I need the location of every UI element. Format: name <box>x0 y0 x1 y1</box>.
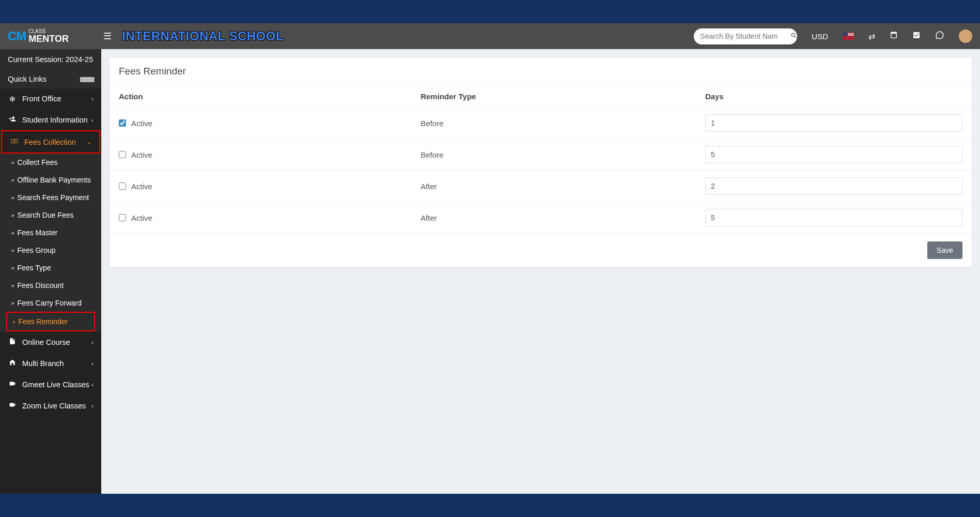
fees-reminder-panel: Fees Reminder Action Reminder Type Days … <box>109 57 972 267</box>
sidebar-item-label: Online Course <box>22 338 70 346</box>
submenu-label: Fees Type <box>18 264 51 272</box>
sidebar-item-label: Multi Branch <box>22 359 64 368</box>
col-action: Action <box>110 86 411 108</box>
submenu-collect-fees[interactable]: »Collect Fees <box>0 154 101 171</box>
submenu-fees-type[interactable]: »Fees Type <box>0 259 101 277</box>
fees-reminder-table: Action Reminder Type Days ActiveBeforeAc… <box>110 86 972 234</box>
sidebar-item-front-office[interactable]: ⊕ Front Office ‹ <box>0 88 101 109</box>
submenu-search-fees-payment[interactable]: »Search Fees Payment <box>0 189 101 206</box>
sidebar-item-zoom-live-classes[interactable]: Zoom Live Classes ‹ <box>0 395 101 416</box>
angle-icon: » <box>11 195 14 201</box>
angle-icon: » <box>11 283 14 288</box>
sidebar-item-label: Student Information <box>22 116 88 124</box>
submenu-label: Collect Fees <box>18 158 58 166</box>
money-icon <box>10 138 19 146</box>
search-input[interactable] <box>700 32 790 40</box>
submenu-label: Search Due Fees <box>18 211 74 219</box>
reminder-type-cell: Before <box>411 108 696 139</box>
save-button[interactable]: Save <box>927 241 962 259</box>
submenu-fees-master[interactable]: »Fees Master <box>0 224 101 241</box>
grid-icon: ▦▦▦ <box>80 75 94 83</box>
col-days: Days <box>696 86 972 108</box>
table-row: ActiveBefore <box>110 139 972 171</box>
sidebar-item-label: Fees Collection <box>24 138 76 146</box>
angle-icon: » <box>12 319 15 325</box>
quick-links[interactable]: Quick Links ▦▦▦ <box>0 70 101 88</box>
sidebar-item-online-course[interactable]: Online Course ‹ <box>0 331 101 353</box>
hamburger-icon[interactable]: ☰ <box>103 31 112 42</box>
chevron-left-icon: ‹ <box>91 117 94 123</box>
sidebar-item-label: Gmeet Live Classes <box>22 381 89 389</box>
globe-icon: ⊕ <box>8 95 17 103</box>
chevron-left-icon: ‹ <box>91 96 94 102</box>
active-label: Active <box>131 150 152 159</box>
currency-label[interactable]: USD <box>812 32 828 41</box>
submenu-label: Fees Group <box>18 246 56 254</box>
sitemap-icon <box>8 359 17 368</box>
flag-icon[interactable] <box>843 33 854 40</box>
task-check-icon[interactable] <box>912 31 921 41</box>
submenu-fees-group[interactable]: »Fees Group <box>0 241 101 259</box>
school-name: INTERNATIONAL SCHOOL <box>122 29 284 43</box>
days-input[interactable] <box>705 114 962 132</box>
submenu-search-due-fees[interactable]: »Search Due Fees <box>0 206 101 224</box>
chevron-left-icon: ‹ <box>91 382 94 388</box>
submenu-fees-carry-forward[interactable]: »Fees Carry Forward <box>0 294 101 312</box>
logo[interactable]: CM CLASS MENTOR <box>8 29 103 43</box>
sidebar-item-label: Zoom Live Classes <box>22 402 86 410</box>
top-margin-bar <box>0 0 980 23</box>
active-checkbox[interactable] <box>119 119 126 127</box>
days-input[interactable] <box>705 146 962 163</box>
active-checkbox[interactable] <box>119 151 126 158</box>
exchange-icon[interactable]: ⇄ <box>868 32 875 41</box>
sidebar-item-fees-collection[interactable]: Fees Collection ⌄ <box>1 130 100 154</box>
whatsapp-icon[interactable] <box>935 31 944 42</box>
sidebar-item-label: Front Office <box>22 95 61 103</box>
bottom-margin-bar <box>0 494 980 517</box>
file-icon <box>8 338 17 346</box>
search-box[interactable] <box>694 28 797 44</box>
main-content: Fees Reminder Action Reminder Type Days … <box>101 49 980 494</box>
submenu-label: Search Fees Payment <box>18 193 89 202</box>
active-checkbox[interactable] <box>119 183 126 190</box>
angle-icon: » <box>11 177 14 183</box>
video-icon <box>8 401 17 410</box>
chevron-down-icon: ⌄ <box>87 139 91 145</box>
page-title: Fees Reminder <box>119 66 962 77</box>
reminder-type-cell: Before <box>411 139 696 171</box>
logo-icon: CM <box>8 29 26 43</box>
calendar-icon[interactable] <box>890 31 898 41</box>
active-label: Active <box>131 119 152 128</box>
sidebar-item-student-information[interactable]: Student Information ‹ <box>0 109 101 130</box>
table-row: ActiveAfter <box>110 171 972 202</box>
submenu-label: Fees Master <box>18 229 58 237</box>
angle-icon: » <box>11 265 14 271</box>
sidebar-item-gmeet-live-classes[interactable]: Gmeet Live Classes ‹ <box>0 374 101 395</box>
avatar[interactable] <box>959 29 972 43</box>
angle-icon: » <box>11 248 14 253</box>
submenu-offline-bank-payments[interactable]: »Offline Bank Payments <box>0 171 101 189</box>
angle-icon: » <box>11 212 14 218</box>
chevron-left-icon: ‹ <box>91 403 94 409</box>
submenu-fees-reminder[interactable]: »Fees Reminder <box>6 312 95 331</box>
angle-icon: » <box>11 230 14 236</box>
days-input[interactable] <box>705 177 962 195</box>
table-row: ActiveBefore <box>110 108 972 139</box>
submenu-label: Offline Bank Payments <box>18 176 91 184</box>
active-checkbox[interactable] <box>119 214 126 221</box>
header: CM CLASS MENTOR ☰ INTERNATIONAL SCHOOL U… <box>0 23 980 49</box>
logo-text: CLASS MENTOR <box>28 29 69 43</box>
chevron-left-icon: ‹ <box>91 360 94 367</box>
angle-icon: » <box>11 160 14 165</box>
col-type: Reminder Type <box>411 86 696 108</box>
submenu-fees-discount[interactable]: »Fees Discount <box>0 277 101 294</box>
sidebar: Current Session: 2024-25 Quick Links ▦▦▦… <box>0 49 101 494</box>
user-plus-icon <box>8 115 17 124</box>
days-input[interactable] <box>705 209 962 226</box>
search-icon[interactable] <box>790 32 798 41</box>
table-row: ActiveAfter <box>110 202 972 234</box>
quick-links-label: Quick Links <box>8 75 46 83</box>
reminder-type-cell: After <box>411 171 696 202</box>
sidebar-item-multi-branch[interactable]: Multi Branch ‹ <box>0 353 101 374</box>
active-label: Active <box>131 182 152 191</box>
